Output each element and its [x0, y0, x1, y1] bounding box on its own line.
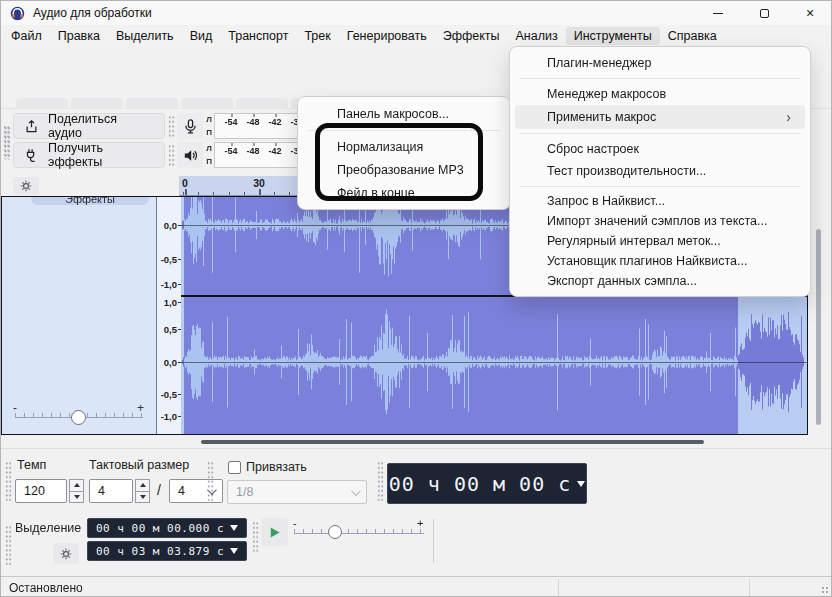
menu-item[interactable]: Установщик плагинов Найквиста... — [510, 251, 810, 271]
channel-label: П — [204, 155, 214, 168]
audio-setup-button[interactable] — [13, 177, 39, 195]
menu-item-label: Плагин-менеджер — [547, 56, 652, 70]
selection-end-display[interactable]: 00 ч 03 м 03.879 с — [87, 541, 247, 561]
microphone-icon — [182, 118, 199, 135]
menubar-item[interactable]: Правка — [50, 27, 108, 45]
vertical-scale-ruler[interactable]: 0,0-0,5-1,01,00,50,0-0,5-1,0 — [156, 196, 181, 434]
minimize-button[interactable] — [695, 1, 741, 25]
share-audio-button[interactable]: Поделиться аудио — [13, 113, 165, 139]
vertical-scrollbar[interactable] — [808, 196, 832, 448]
gain-slider-thumb[interactable] — [71, 410, 86, 425]
selection-start-display[interactable]: 00 ч 00 м 00.000 с — [87, 518, 247, 538]
toolbar-grip[interactable] — [168, 115, 175, 137]
horizontal-scrollbar-thumb[interactable] — [201, 440, 704, 444]
ruler-label: 0,0 — [164, 220, 177, 231]
menu-item[interactable]: Фейд в конце — [298, 181, 510, 204]
toolbar-grip[interactable] — [377, 461, 384, 501]
resize-grip[interactable] — [821, 586, 830, 595]
menu-item[interactable]: Преобразование MP3 — [298, 158, 510, 181]
menu-item[interactable]: Сброс настроек — [510, 138, 810, 160]
menubar-item[interactable]: Эффекты — [435, 27, 508, 45]
toolbar-grip[interactable] — [5, 461, 12, 501]
playback-meter-button[interactable] — [177, 142, 203, 168]
menu-item[interactable]: Панель макросов... — [298, 102, 510, 126]
meter-scale-value: -48 — [246, 117, 259, 127]
tempo-stepper — [69, 479, 84, 503]
menu-item[interactable]: Импорт значений сэмплов из текста... — [510, 211, 810, 231]
play-icon — [267, 525, 282, 540]
audio-position-display[interactable]: 00 ч 00 м 00 с — [387, 463, 587, 504]
beats-down-button[interactable] — [135, 492, 150, 504]
snap-checkbox[interactable] — [228, 461, 241, 474]
track-effects-button[interactable]: Эффекты — [31, 196, 149, 205]
menu-item-label: Импорт значений сэмплов из текста... — [547, 214, 767, 228]
menu-item[interactable]: Регулярный интервал меток... — [510, 231, 810, 251]
tempo-input[interactable]: 120 — [15, 479, 67, 503]
play-speed-slider-thumb[interactable] — [328, 525, 342, 539]
beats-up-button[interactable] — [135, 479, 150, 492]
snap-interval-value: 1/8 — [236, 485, 253, 499]
snap-label: Привязать — [246, 460, 307, 474]
timeline-minor-tick — [274, 192, 275, 195]
meter-scale-value: -48 — [246, 146, 259, 156]
playback-meter-channels: ЛП — [204, 142, 214, 168]
tempo-up-button[interactable] — [69, 479, 84, 492]
timeline-minor-tick — [244, 192, 245, 195]
toolbar-grip[interactable] — [207, 461, 214, 501]
dropdown-arrow-icon[interactable] — [230, 525, 238, 531]
play-at-speed-button[interactable] — [261, 518, 288, 546]
selection-settings-button[interactable] — [53, 543, 79, 564]
denominator-select[interactable]: 4 — [169, 479, 223, 503]
menubar-item[interactable]: Инструменты — [566, 27, 660, 45]
menubar-item[interactable]: Анализ — [508, 27, 566, 45]
submenu-arrow-icon: › — [786, 110, 791, 124]
menu-item[interactable]: Нормализация — [298, 135, 510, 158]
menu-item[interactable]: Запрос в Найквист... — [510, 191, 810, 211]
menubar-item[interactable]: Генерировать — [339, 27, 435, 45]
close-button[interactable]: × — [787, 1, 832, 25]
window-controls: × — [695, 1, 832, 25]
dropdown-arrow-icon[interactable] — [577, 481, 585, 487]
tempo-down-button[interactable] — [69, 492, 84, 504]
timeline-minor-tick — [198, 192, 199, 195]
snap-interval-select[interactable]: 1/8 — [227, 480, 367, 504]
get-effects-button[interactable]: Получить эффекты — [13, 142, 165, 168]
maximize-button[interactable] — [741, 1, 787, 25]
speaker-icon — [182, 147, 199, 164]
menu-item[interactable]: Применить макрос› — [515, 105, 805, 129]
toolbar-grip[interactable] — [5, 525, 12, 565]
dropdown-arrow-icon[interactable] — [230, 548, 238, 554]
menubar-item[interactable]: Трек — [296, 27, 338, 45]
ruler-label: 0,0 — [164, 357, 177, 368]
timeline-minor-tick — [289, 192, 290, 195]
window-title: Аудио для обработки — [33, 6, 152, 20]
toolbar-divider — [433, 519, 434, 563]
toolbar-grip[interactable] — [4, 126, 11, 160]
menu-item[interactable]: Менеджер макросов — [510, 83, 810, 105]
menubar-item[interactable]: Вид — [182, 27, 221, 45]
track-control-panel[interactable]: Эффекты - + л п — [1, 196, 156, 434]
menu-item-label: Регулярный интервал меток... — [547, 234, 721, 248]
menu-item[interactable]: Экспорт данных сэмпла... — [510, 271, 810, 291]
menubar-item[interactable]: Выделить — [108, 27, 182, 45]
horizontal-scrollbar[interactable] — [1, 434, 832, 448]
play-speed-slider[interactable] — [294, 529, 424, 534]
statusbar-divider — [558, 579, 559, 596]
menubar-item[interactable]: Справка — [660, 27, 725, 45]
menu-item-label: Установщик плагинов Найквиста... — [547, 254, 747, 268]
beats-input[interactable]: 4 — [89, 479, 133, 503]
menubar-item[interactable]: Транспорт — [220, 27, 296, 45]
denominator-value: 4 — [178, 484, 185, 498]
gear-icon — [19, 179, 33, 193]
menubar-item[interactable]: Файл — [3, 27, 50, 45]
channel-label: Л — [204, 113, 214, 126]
menu-item[interactable]: Плагин-менеджер — [510, 52, 810, 74]
titlebar: Аудио для обработки × — [1, 1, 832, 25]
toolbar-grip[interactable] — [168, 144, 175, 166]
toolbar-grip[interactable] — [252, 521, 259, 553]
vertical-scrollbar-thumb[interactable] — [816, 229, 821, 425]
menu-item-label: Преобразование MP3 — [337, 163, 464, 177]
record-meter-button[interactable] — [177, 113, 203, 139]
status-text: Остановлено — [9, 581, 83, 595]
menu-item[interactable]: Тест производительности... — [510, 160, 810, 182]
